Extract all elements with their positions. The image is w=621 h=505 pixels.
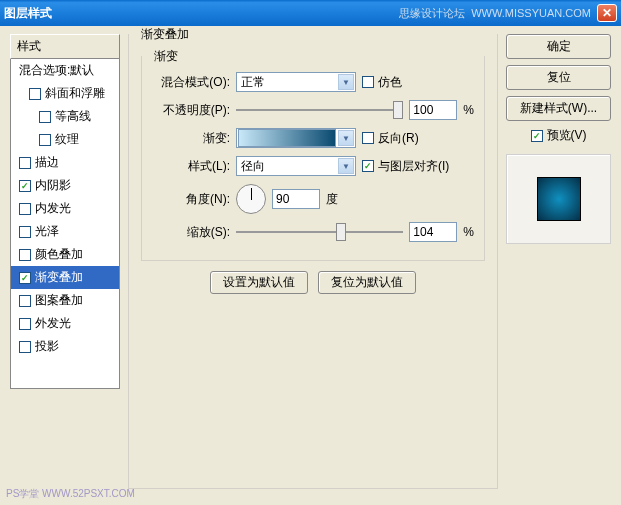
checkbox-icon[interactable] [19, 272, 31, 284]
title-bar: 图层样式 思缘设计论坛 WWW.MISSYUAN.COM ✕ [0, 0, 621, 26]
percent-label-2: % [463, 225, 474, 239]
percent-label: % [463, 103, 474, 117]
style-item-label: 光泽 [35, 223, 59, 240]
action-panel: 确定 复位 新建样式(W)... 预览(V) [506, 34, 611, 497]
style-item-label: 斜面和浮雕 [45, 85, 105, 102]
style-item-label: 内阴影 [35, 177, 71, 194]
reset-button[interactable]: 复位 [506, 65, 611, 90]
chevron-down-icon: ▼ [338, 130, 354, 146]
opacity-input[interactable] [409, 100, 457, 120]
reverse-checkbox[interactable]: 反向(R) [362, 130, 419, 147]
style-item-1[interactable]: 等高线 [11, 105, 119, 128]
checkbox-icon[interactable] [19, 180, 31, 192]
style-item-label: 渐变叠加 [35, 269, 83, 286]
style-item-4[interactable]: 内阴影 [11, 174, 119, 197]
style-select[interactable]: 径向▼ [236, 156, 356, 176]
footer-watermark: PS学堂 WWW.52PSXT.COM [6, 487, 135, 501]
angle-dial[interactable] [236, 184, 266, 214]
style-item-2[interactable]: 纹理 [11, 128, 119, 151]
align-checkbox[interactable]: 与图层对齐(I) [362, 158, 449, 175]
checkbox-icon[interactable] [19, 341, 31, 353]
checkbox-icon[interactable] [19, 295, 31, 307]
group-title: 渐变叠加 [137, 26, 193, 43]
watermark-url: WWW.MISSYUAN.COM [471, 7, 591, 19]
gradient-picker[interactable]: ▼ [236, 128, 356, 148]
style-item-0[interactable]: 斜面和浮雕 [11, 82, 119, 105]
style-item-3[interactable]: 描边 [11, 151, 119, 174]
scale-label: 缩放(S): [152, 224, 230, 241]
style-item-8[interactable]: 渐变叠加 [11, 266, 119, 289]
style-list: 混合选项:默认 斜面和浮雕等高线纹理描边内阴影内发光光泽颜色叠加渐变叠加图案叠加… [10, 59, 120, 389]
style-item-9[interactable]: 图案叠加 [11, 289, 119, 312]
styles-sidebar: 样式 混合选项:默认 斜面和浮雕等高线纹理描边内阴影内发光光泽颜色叠加渐变叠加图… [10, 34, 120, 497]
style-item-label: 描边 [35, 154, 59, 171]
checkbox-icon[interactable] [19, 203, 31, 215]
checkbox-icon[interactable] [19, 157, 31, 169]
opacity-label: 不透明度(P): [152, 102, 230, 119]
reset-default-button[interactable]: 复位为默认值 [318, 271, 416, 294]
window-title: 图层样式 [4, 5, 52, 22]
checkbox-icon[interactable] [29, 88, 41, 100]
watermark-text: 思缘设计论坛 [399, 6, 465, 21]
preview-checkbox[interactable]: 预览(V) [506, 127, 611, 144]
style-item-11[interactable]: 投影 [11, 335, 119, 358]
inner-group-title: 渐变 [150, 48, 182, 65]
angle-input[interactable] [272, 189, 320, 209]
style-item-6[interactable]: 光泽 [11, 220, 119, 243]
checkbox-icon[interactable] [19, 318, 31, 330]
style-item-5[interactable]: 内发光 [11, 197, 119, 220]
scale-slider[interactable] [236, 222, 403, 242]
blend-mode-select[interactable]: 正常▼ [236, 72, 356, 92]
blend-mode-label: 混合模式(O): [152, 74, 230, 91]
preview-box [506, 154, 611, 244]
new-style-button[interactable]: 新建样式(W)... [506, 96, 611, 121]
style-item-label: 等高线 [55, 108, 91, 125]
style-item-7[interactable]: 颜色叠加 [11, 243, 119, 266]
blend-options-item[interactable]: 混合选项:默认 [11, 59, 119, 82]
style-item-label: 图案叠加 [35, 292, 83, 309]
ok-button[interactable]: 确定 [506, 34, 611, 59]
dither-checkbox[interactable]: 仿色 [362, 74, 402, 91]
style-item-label: 外发光 [35, 315, 71, 332]
style-label: 样式(L): [152, 158, 230, 175]
degree-label: 度 [326, 191, 338, 208]
style-item-label: 投影 [35, 338, 59, 355]
options-panel: 渐变叠加 渐变 混合模式(O): 正常▼ 仿色 不透明度(P): % [128, 34, 498, 497]
checkbox-icon[interactable] [19, 226, 31, 238]
checkbox-icon[interactable] [39, 111, 51, 123]
chevron-down-icon: ▼ [338, 74, 354, 90]
opacity-slider[interactable] [236, 100, 403, 120]
preview-swatch [537, 177, 581, 221]
gradient-label: 渐变: [152, 130, 230, 147]
scale-input[interactable] [409, 222, 457, 242]
style-item-label: 颜色叠加 [35, 246, 83, 263]
chevron-down-icon: ▼ [338, 158, 354, 174]
angle-label: 角度(N): [152, 191, 230, 208]
sidebar-header[interactable]: 样式 [10, 34, 120, 59]
style-item-label: 内发光 [35, 200, 71, 217]
checkbox-icon[interactable] [19, 249, 31, 261]
style-item-10[interactable]: 外发光 [11, 312, 119, 335]
set-default-button[interactable]: 设置为默认值 [210, 271, 308, 294]
style-item-label: 纹理 [55, 131, 79, 148]
close-button[interactable]: ✕ [597, 4, 617, 22]
checkbox-icon[interactable] [39, 134, 51, 146]
